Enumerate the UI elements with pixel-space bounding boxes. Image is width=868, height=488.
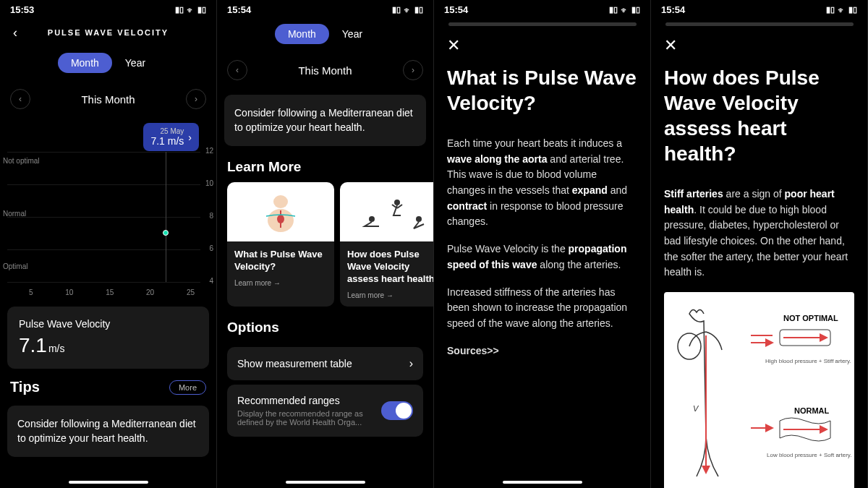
data-guideline <box>166 152 166 282</box>
x-axis: 5 10 15 20 25 <box>29 288 195 296</box>
screen-learn-more: 15:54 ▮▯ᯤ▮▯ Month Year ‹ This Month › Co… <box>217 0 434 488</box>
tab-year[interactable]: Year <box>329 24 375 44</box>
learn-more-title: Learn More <box>217 146 433 182</box>
article: How does Pulse Wave Velocity assess hear… <box>651 65 867 281</box>
status-bar: 15:54 ▮▯ᯤ▮▯ <box>434 0 650 18</box>
y-tick: 12 <box>205 147 213 155</box>
header: ‹ PULSE WAVE VELOCITY <box>0 18 216 47</box>
home-indicator[interactable] <box>720 481 799 484</box>
status-time: 15:54 <box>227 4 251 15</box>
tab-month[interactable]: Month <box>275 24 329 44</box>
signal-icon: ▮▯ <box>175 5 184 14</box>
close-icon[interactable]: ✕ <box>651 26 867 65</box>
options-title: Options <box>217 307 433 343</box>
band-label: Not optimal <box>3 157 40 165</box>
month-label: This Month <box>81 93 135 106</box>
battery-icon: ▮▯ <box>631 5 640 14</box>
svg-point-2 <box>277 215 284 223</box>
option-label: Recommended ranges <box>237 395 381 406</box>
svg-point-0 <box>273 195 288 208</box>
svg-text:NORMAL: NORMAL <box>794 406 830 415</box>
summary-unit: m/s <box>48 343 65 354</box>
sources-link[interactable]: Sources>> <box>447 343 637 359</box>
screen-article-assess: 15:54 ▮▯ᯤ▮▯ ✕ How does Pulse Wave Veloci… <box>651 0 868 488</box>
y-tick: 6 <box>209 244 213 252</box>
velocity-label: V <box>693 404 699 413</box>
data-tooltip[interactable]: 25 May 7.1 m/s › <box>143 123 199 151</box>
next-month-icon[interactable]: › <box>403 60 423 80</box>
home-indicator[interactable] <box>69 481 148 484</box>
article: What is Pulse Wave Velocity? Each time y… <box>434 65 650 359</box>
option-label: Show measurement table <box>237 358 352 369</box>
chevron-right-icon: › <box>409 357 413 370</box>
x-tick: 15 <box>106 288 114 296</box>
option-recommended-ranges[interactable]: Recommended ranges Display the recommend… <box>227 385 423 437</box>
status-icons: ▮▯ᯤ▮▯ <box>609 5 640 14</box>
tab-month[interactable]: Month <box>58 53 112 73</box>
pwv-chart[interactable]: 25 May 7.1 m/s › 12 Not optimal 10 Norma… <box>0 119 216 296</box>
article-title: How does Pulse Wave Velocity assess hear… <box>664 65 854 166</box>
x-tick: 5 <box>29 288 33 296</box>
summary-value: 7.1 <box>19 334 47 356</box>
wifi-icon: ᯤ <box>404 6 412 14</box>
svg-point-4 <box>394 200 400 205</box>
article-body: Stiff arteries are a sign of poor heart … <box>664 187 854 281</box>
close-icon[interactable]: ✕ <box>434 26 650 65</box>
data-point[interactable] <box>163 230 169 236</box>
signal-icon: ▮▯ <box>609 5 618 14</box>
home-indicator[interactable] <box>503 481 582 484</box>
option-measurement-table[interactable]: Show measurement table › <box>227 347 423 380</box>
next-month-icon[interactable]: › <box>186 89 206 109</box>
status-bar: 15:53 ▮▯ᯤ▮▯ <box>0 0 216 18</box>
battery-icon: ▮▯ <box>848 5 857 14</box>
wifi-icon: ᯤ <box>621 6 629 14</box>
x-tick: 20 <box>146 288 154 296</box>
chevron-right-icon: › <box>188 132 192 143</box>
more-button[interactable]: More <box>169 380 206 395</box>
status-icons: ▮▯ᯤ▮▯ <box>175 5 206 14</box>
svg-text:NOT OPTIMAL: NOT OPTIMAL <box>783 314 838 322</box>
battery-icon: ▮▯ <box>414 5 423 14</box>
prev-month-icon[interactable]: ‹ <box>10 89 30 109</box>
back-icon[interactable]: ‹ <box>13 25 17 40</box>
prev-month-icon[interactable]: ‹ <box>227 60 247 80</box>
y-tick: 10 <box>205 179 213 187</box>
month-nav: ‹ This Month › <box>0 79 216 119</box>
anatomy-illustration <box>227 182 334 241</box>
page-title: PULSE WAVE VELOCITY <box>48 28 169 37</box>
summary-card[interactable]: Pulse Wave Velocity 7.1m/s <box>7 307 209 369</box>
month-nav: ‹ This Month › <box>217 50 433 90</box>
screen-pwv-chart: 15:53 ▮▯ᯤ▮▯ ‹ PULSE WAVE VELOCITY Month … <box>0 0 217 488</box>
status-time: 15:54 <box>661 4 685 15</box>
tips-header: Tips More <box>0 379 216 395</box>
tooltip-value: 7.1 m/s <box>150 135 184 147</box>
status-bar: 15:54 ▮▯ᯤ▮▯ <box>651 0 867 18</box>
tips-title: Tips <box>10 379 40 395</box>
wifi-icon: ᯤ <box>838 6 846 14</box>
learn-card-what-is-pwv[interactable]: What is Pulse Wave Velocity? Learn more … <box>227 182 334 307</box>
tab-year[interactable]: Year <box>112 53 158 73</box>
learn-card-assess-health[interactable]: How does Pulse Wave Velocity assess hear… <box>340 182 433 307</box>
band-label: Optimal <box>3 262 27 270</box>
month-label: This Month <box>298 64 352 77</box>
toggle-switch[interactable] <box>381 401 413 420</box>
status-icons: ▮▯ᯤ▮▯ <box>392 5 423 14</box>
y-tick: 8 <box>209 212 213 220</box>
exercise-illustration <box>340 182 433 241</box>
signal-icon: ▮▯ <box>826 5 835 14</box>
tip-card[interactable]: Consider following a Mediterranean diet … <box>224 95 426 146</box>
summary-title: Pulse Wave Velocity <box>19 318 197 330</box>
status-time: 15:53 <box>10 4 34 15</box>
period-toggle: Month Year <box>0 53 216 73</box>
tooltip-date: 25 May <box>161 127 184 135</box>
home-indicator[interactable] <box>286 481 365 484</box>
status-icons: ▮▯ᯤ▮▯ <box>826 5 857 14</box>
option-description: Display the recommended range as defined… <box>237 409 381 427</box>
learn-cards: What is Pulse Wave Velocity? Learn more … <box>217 182 433 307</box>
card-title: How does Pulse Wave Velocity assess hear… <box>347 249 433 286</box>
svg-text:Low blood pressure + Soft arte: Low blood pressure + Soft artery. <box>767 452 851 458</box>
svg-point-5 <box>416 216 422 222</box>
article-title: What is Pulse Wave Velocity? <box>447 65 637 116</box>
tip-card[interactable]: Consider following a Mediterranean diet … <box>7 406 209 457</box>
wifi-icon: ᯤ <box>187 6 195 14</box>
